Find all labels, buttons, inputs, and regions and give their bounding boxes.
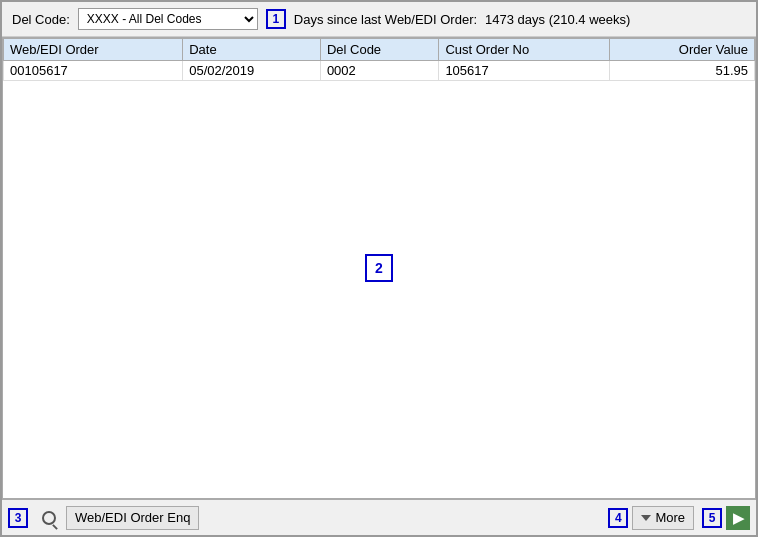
toolbar: Del Code: XXXX - All Del Codes 1 Days si… [2,2,756,37]
del-code-select[interactable]: XXXX - All Del Codes [78,8,258,30]
center-badge: 2 [365,254,393,282]
del-code-label: Del Code: [12,12,70,27]
days-since-value: 1473 days (210.4 weeks) [485,12,630,27]
col-header-date: Date [183,39,321,61]
badge-1: 1 [266,9,286,29]
table-cell: 51.95 [610,61,755,81]
badge-5: 5 [702,508,722,528]
table-row: 0010561705/02/2019000210561751.95 [4,61,755,81]
search-icon[interactable] [38,507,60,529]
table-cell: 00105617 [4,61,183,81]
col-header-web-edi-order: Web/EDI Order [4,39,183,61]
export-icon[interactable]: ▶ [726,506,750,530]
days-since-label: Days since last Web/EDI Order: [294,12,477,27]
table-cell: 105617 [439,61,610,81]
statusbar: 3 Web/EDI Order Enq 4 More 5 ▶ [2,499,756,535]
col-header-cust-order-no: Cust Order No [439,39,610,61]
table-cell: 05/02/2019 [183,61,321,81]
table-header-row: Web/EDI Order Date Del Code Cust Order N… [4,39,755,61]
statusbar-right: 4 More 5 ▶ [608,506,750,530]
badge-4: 4 [608,508,628,528]
table-container: Web/EDI Order Date Del Code Cust Order N… [2,37,756,499]
more-button[interactable]: More [632,506,694,530]
more-label: More [655,510,685,525]
table-cell: 0002 [320,61,439,81]
statusbar-left: 3 Web/EDI Order Enq [8,506,604,530]
badge-3: 3 [8,508,28,528]
chevron-down-icon [641,515,651,521]
main-container: Del Code: XXXX - All Del Codes 1 Days si… [0,0,758,537]
export-icon-symbol: ▶ [733,510,744,526]
col-header-del-code: Del Code [320,39,439,61]
data-table: Web/EDI Order Date Del Code Cust Order N… [3,38,755,81]
col-header-order-value: Order Value [610,39,755,61]
web-edi-order-enq-button[interactable]: Web/EDI Order Enq [66,506,199,530]
